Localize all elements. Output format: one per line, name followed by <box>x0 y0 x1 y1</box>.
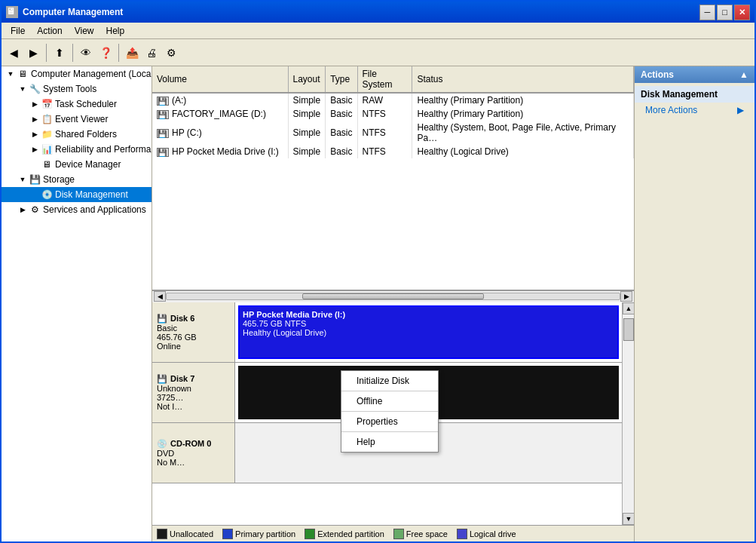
hscroll-track[interactable] <box>166 293 620 300</box>
more-actions-link[interactable]: More Actions ▶ <box>635 103 754 118</box>
ctx-properties[interactable]: Properties <box>341 413 438 430</box>
ctx-initialize-disk[interactable]: Initialize Disk <box>341 373 438 389</box>
menu-bar: File Action View Help <box>2 23 754 39</box>
minimize-button[interactable]: ─ <box>699 5 715 20</box>
center-area: Volume Layout Type File System Status 💾(… <box>152 66 634 541</box>
disk6-part0-sub: 465.75 GB NTFS <box>243 319 614 328</box>
col-type[interactable]: Type <box>326 66 357 93</box>
table-row[interactable]: 💾HP (C:) Simple Basic NTFS Healthy (Syst… <box>152 121 634 145</box>
reliability-expand[interactable]: ▶ <box>29 143 41 155</box>
tree-root[interactable]: ▼ 🖥 Computer Management (Local <box>2 66 152 81</box>
legend-primary-color <box>222 529 233 539</box>
tree-disk-management[interactable]: 💿 Disk Management <box>2 187 152 202</box>
cdrom0-type: DVD <box>157 449 230 458</box>
legend-unallocated-color <box>157 529 167 539</box>
event-viewer-icon: 📋 <box>41 113 53 125</box>
disk-mgmt-icon: 💿 <box>41 189 53 201</box>
toolbar-separator-2 <box>72 44 73 62</box>
vertical-scrollbar[interactable]: ▲ ▼ <box>622 302 634 526</box>
tree-storage[interactable]: ▼ 💾 Storage <box>2 172 152 187</box>
print-button[interactable]: 🖨 <box>142 44 161 62</box>
system-tools-label: System Tools <box>43 84 152 94</box>
disk-graphical-area: 💾 Disk 6 Basic 465.76 GB Online HP Pocke… <box>152 302 634 526</box>
cdrom0-info: 💿 CD-ROM 0 DVD No M… <box>152 423 235 483</box>
back-button[interactable]: ◀ <box>5 44 23 62</box>
disk6-part0-sub2: Healthy (Logical Drive) <box>243 328 614 337</box>
disk6-partition-0[interactable]: HP Pocket Media Drive (I:) 465.75 GB NTF… <box>238 305 619 359</box>
actions-section-main: Actions ▲ Disk Management More Actions ▶ <box>635 66 754 121</box>
tree-shared-folders[interactable]: ▶ 📁 Shared Folders <box>2 127 152 142</box>
tree-reliability[interactable]: ▶ 📊 Reliability and Performa… <box>2 142 152 157</box>
table-row[interactable]: 💾HP Pocket Media Drive (I:) Simple Basic… <box>152 145 634 158</box>
up-button[interactable]: ⬆ <box>51 44 69 62</box>
tree-event-viewer[interactable]: ▶ 📋 Event Viewer <box>2 112 152 127</box>
services-expand[interactable]: ▶ <box>17 204 29 216</box>
cdrom-icon: 💿 <box>157 439 167 449</box>
tree-services[interactable]: ▶ ⚙ Services and Applications <box>2 202 152 217</box>
left-pane: ▼ 🖥 Computer Management (Local ▼ 🔧 Syste… <box>2 66 152 541</box>
table-row[interactable]: 💾FACTORY_IMAGE (D:) Simple Basic NTFS He… <box>152 107 634 121</box>
vscroll-thumb[interactable] <box>623 318 634 341</box>
shared-folders-expand[interactable]: ▶ <box>29 128 41 140</box>
maximize-button[interactable]: □ <box>717 5 733 20</box>
props-button[interactable]: ⚙ <box>162 44 180 62</box>
more-actions-label: More Actions <box>645 105 697 115</box>
ctx-help[interactable]: Help <box>341 434 438 450</box>
hscroll-thumb[interactable] <box>302 293 483 299</box>
legend-logical-color <box>457 529 467 539</box>
col-status[interactable]: Status <box>412 66 634 93</box>
disk7-name: 💾 Disk 7 <box>157 374 230 384</box>
storage-label: Storage <box>43 174 152 185</box>
actions-header[interactable]: Actions ▲ <box>635 66 754 83</box>
export-button[interactable]: 📤 <box>123 44 141 62</box>
vscroll-up-btn[interactable]: ▲ <box>623 302 634 314</box>
system-tools-expand[interactable]: ▼ <box>17 83 29 95</box>
toolbar: ◀ ▶ ⬆ 👁 ❓ 📤 🖨 ⚙ <box>2 39 754 66</box>
menu-file[interactable]: File <box>5 24 31 38</box>
window-controls: ─ □ ✕ <box>699 5 750 20</box>
tree-task-scheduler[interactable]: ▶ 📅 Task Scheduler <box>2 97 152 112</box>
table-row[interactable]: 💾(A:) Simple Basic RAW Healthy (Primary … <box>152 93 634 107</box>
disk7-type: Unknown <box>157 384 230 393</box>
tree-device-manager[interactable]: 🖥 Device Manager <box>2 157 152 172</box>
row2-fs: NTFS <box>357 121 412 145</box>
col-volume[interactable]: Volume <box>152 66 288 93</box>
toolbar-separator-3 <box>118 44 119 62</box>
disk6-row: 💾 Disk 6 Basic 465.76 GB Online HP Pocke… <box>152 302 622 363</box>
menu-help[interactable]: Help <box>100 24 131 38</box>
ctx-offline[interactable]: Offline <box>341 393 438 410</box>
root-expand[interactable]: ▼ <box>5 68 17 80</box>
help-button[interactable]: ❓ <box>96 44 115 62</box>
disk-mgmt-label: Disk Management <box>55 189 152 200</box>
hscroll-left-btn[interactable]: ◀ <box>154 291 166 302</box>
horizontal-scrollbar[interactable]: ◀ ▶ <box>152 290 634 302</box>
hscroll-right-btn[interactable]: ▶ <box>620 291 632 302</box>
row1-fs: NTFS <box>357 107 412 121</box>
close-button[interactable]: ✕ <box>734 5 750 20</box>
legend-primary: Primary partition <box>222 529 295 539</box>
row3-layout: Simple <box>288 145 326 158</box>
tree-system-tools[interactable]: ▼ 🔧 System Tools <box>2 81 152 97</box>
disk7-icon: 💾 <box>157 374 167 384</box>
disk7-status: Not I… <box>157 402 230 411</box>
context-menu: Initialize Disk Offline Properties Help <box>341 370 439 452</box>
cdrom0-name: 💿 CD-ROM 0 <box>157 439 230 449</box>
menu-action[interactable]: Action <box>31 24 68 38</box>
actions-collapse-icon[interactable]: ▲ <box>739 69 748 80</box>
storage-expand[interactable]: ▼ <box>17 173 29 186</box>
menu-view[interactable]: View <box>69 24 100 38</box>
disk6-part0-label: HP Pocket Media Drive (I:) <box>243 310 614 319</box>
disk-icon-small: 💾 <box>157 314 167 324</box>
col-layout[interactable]: Layout <box>288 66 326 93</box>
event-viewer-expand[interactable]: ▶ <box>29 113 41 125</box>
reliability-label: Reliability and Performa… <box>55 144 152 155</box>
vscroll-track[interactable] <box>623 314 634 514</box>
task-sched-expand[interactable]: ▶ <box>29 98 41 110</box>
show-hide-button[interactable]: 👁 <box>77 44 95 62</box>
forward-button[interactable]: ▶ <box>24 44 42 62</box>
main-content: ▼ 🖥 Computer Management (Local ▼ 🔧 Syste… <box>2 66 754 541</box>
col-fs[interactable]: File System <box>357 66 412 93</box>
ctx-separator-1 <box>341 391 438 391</box>
disk6-name: 💾 Disk 6 <box>157 314 230 324</box>
vscroll-down-btn[interactable]: ▼ <box>623 513 634 525</box>
